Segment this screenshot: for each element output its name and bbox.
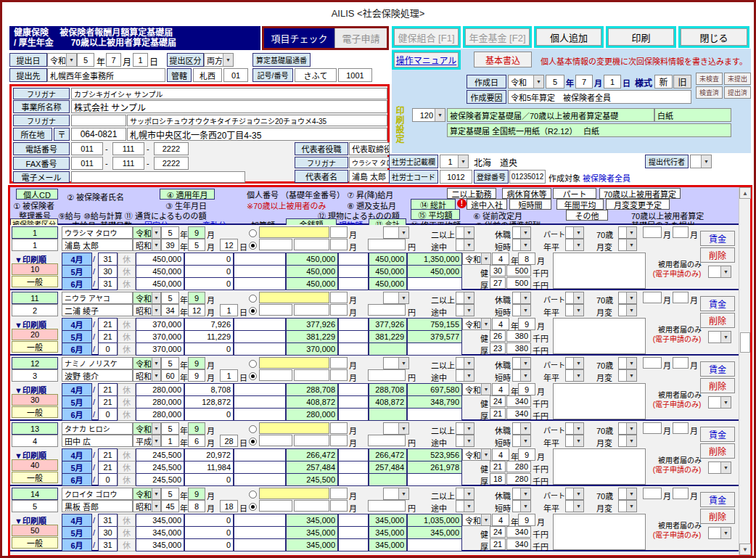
total-cell[interactable]: 450,000 [369, 265, 407, 278]
addition-cell[interactable] [234, 383, 286, 396]
seiri-cell[interactable]: 1 [12, 239, 58, 251]
fixed-cell[interactable]: 450,000 [136, 253, 184, 266]
flag-tanji-select[interactable]: ▼ [512, 239, 531, 251]
radio-off[interactable] [249, 360, 257, 368]
goods-cell[interactable] [338, 277, 369, 290]
apply-month-input[interactable]: 9 [188, 226, 205, 239]
juzen-month-input[interactable]: 8 [518, 253, 535, 265]
total-cell[interactable]: 266,472 [369, 448, 407, 461]
juzen-era-select[interactable]: 令和▼ [462, 383, 491, 395]
apply-year-input[interactable]: 5 [161, 357, 179, 369]
total-cell[interactable]: 381,229 [369, 330, 407, 343]
add-person-button[interactable]: 個人追加 [534, 26, 604, 48]
apply-month-input[interactable]: 9 [188, 292, 205, 304]
days-cell[interactable]: 21 [98, 395, 118, 409]
flag-70-select[interactable]: ▼ [618, 226, 637, 239]
close-button[interactable]: 閉じる [678, 26, 749, 48]
creation-year-input[interactable]: 5 [546, 75, 564, 89]
todoke-select[interactable]: ▼ [708, 461, 731, 474]
goods-cell[interactable] [338, 265, 369, 278]
kana-input[interactable]: ニウラ アヤコ [62, 292, 133, 304]
goods-cell[interactable] [338, 461, 369, 474]
total-cell[interactable] [369, 473, 407, 486]
address-input[interactable]: 札幌市中央区北一条西20丁目4-35 [127, 128, 387, 141]
fixed-cell[interactable]: 370,000 [136, 342, 184, 356]
sr-daiko-select[interactable]: ▼ [690, 155, 712, 168]
name-input[interactable]: 波野 徳介 [62, 369, 133, 382]
days-cell[interactable]: 30 [98, 526, 118, 539]
wage-button[interactable]: 賃金 [700, 231, 735, 246]
birth-day-input[interactable]: 18 [220, 500, 238, 512]
money-cell[interactable]: 266,472 [286, 448, 338, 461]
nenkin-bango-input1[interactable] [259, 500, 292, 512]
kyu-button[interactable]: 休 [118, 342, 136, 356]
radio-on[interactable] [249, 372, 257, 380]
goods-cell[interactable] [338, 318, 369, 331]
status-checked-button[interactable]: 検査済 [696, 86, 723, 99]
flag-70-select[interactable]: ▼ [618, 422, 637, 435]
radio-on[interactable] [249, 503, 257, 511]
apply-era-select[interactable]: 令和▼ [133, 357, 161, 369]
seiri-cell[interactable]: 3 [12, 369, 58, 382]
flag-tanji-select[interactable]: ▼ [512, 435, 531, 447]
fax2-input[interactable]: 111 [112, 157, 144, 170]
bango-input[interactable]: 1001 [338, 68, 372, 82]
nenkin-bango-input2[interactable] [294, 435, 329, 446]
birth-day-input[interactable]: 12 [220, 239, 238, 251]
sr-reg-input[interactable]: 01235012 [509, 170, 546, 184]
remarks-box[interactable] [553, 448, 646, 485]
e-apply-button[interactable]: 電子申請 [334, 28, 387, 48]
shusei-cell[interactable] [407, 538, 462, 551]
birth-year-input[interactable]: 45 [161, 500, 179, 512]
fixed-cell[interactable]: 280,000 [136, 395, 184, 409]
print-order-cell[interactable]: 20 [12, 329, 58, 340]
submit-year-input[interactable]: 5 [77, 53, 94, 67]
days-cell[interactable]: 0 [98, 473, 118, 486]
shokyu-month-input[interactable] [330, 292, 348, 303]
todoke-select[interactable]: ▼ [708, 266, 731, 278]
money-cell[interactable]: 450,000 [286, 277, 338, 290]
money-cell[interactable]: 377,926 [286, 318, 338, 331]
apply-era-select[interactable]: 令和▼ [133, 292, 161, 304]
total-cell[interactable]: 257,484 [369, 461, 407, 474]
status-unsubmitted-button[interactable]: 未提出 [724, 73, 751, 85]
money-cell[interactable]: 288,708 [286, 383, 338, 396]
flag-getsuhen-select[interactable]: ▼ [618, 500, 637, 512]
fixed-cell[interactable]: 280,000 [136, 383, 184, 396]
variable-cell[interactable]: 0 [184, 342, 234, 356]
variable-cell[interactable]: 0 [184, 526, 234, 539]
birth-era-select[interactable]: 平成▼ [133, 435, 161, 447]
pin-input[interactable] [259, 292, 329, 303]
kigo-input[interactable]: さふて [295, 68, 337, 82]
kyu-button[interactable]: 休 [118, 408, 136, 421]
flag-kyushoku-select[interactable]: ▼ [512, 226, 531, 239]
ken-grade-input[interactable]: 24 [490, 526, 506, 538]
sokyu-month-input[interactable] [330, 239, 348, 250]
ken-grade-input[interactable]: 30 [490, 265, 506, 276]
money-cell[interactable]: 370,000 [286, 342, 338, 356]
flag-month2-input[interactable] [673, 226, 689, 238]
juzen-month-input[interactable]: 9 [518, 383, 535, 395]
birth-year-input[interactable]: 39 [161, 239, 179, 251]
addition-cell[interactable] [234, 538, 286, 551]
kyu-button[interactable]: 休 [118, 538, 136, 551]
flag-part-select[interactable]: ▼ [565, 357, 584, 369]
status-submitted-button[interactable]: 提出済 [724, 86, 751, 99]
goods-cell[interactable] [338, 408, 369, 421]
apply-year-input[interactable]: 5 [161, 226, 179, 239]
style-new-button[interactable]: 新 [654, 75, 673, 89]
apply-month-input[interactable]: 9 [188, 357, 205, 369]
fixed-cell[interactable]: 370,000 [136, 330, 184, 343]
days-cell[interactable]: 31 [98, 538, 118, 551]
flag-nenpei-select[interactable]: ▼ [565, 239, 584, 251]
rep-kana-input[interactable]: ウラシマ タロウ [349, 157, 390, 168]
juzen-year-input[interactable]: 4 [492, 514, 509, 526]
kou-grade-input[interactable]: 21 [490, 408, 506, 419]
fixed-cell[interactable]: 345,000 [136, 514, 184, 527]
juzen-year-input[interactable]: 4 [492, 253, 509, 265]
print-number-select[interactable]: 120▼ [412, 108, 445, 122]
submit-month-input[interactable]: 7 [106, 53, 121, 67]
kyu-button[interactable]: 休 [118, 395, 136, 409]
money-cell[interactable]: 345,000 [286, 538, 338, 551]
nenkin-bango-input1[interactable] [259, 239, 292, 250]
